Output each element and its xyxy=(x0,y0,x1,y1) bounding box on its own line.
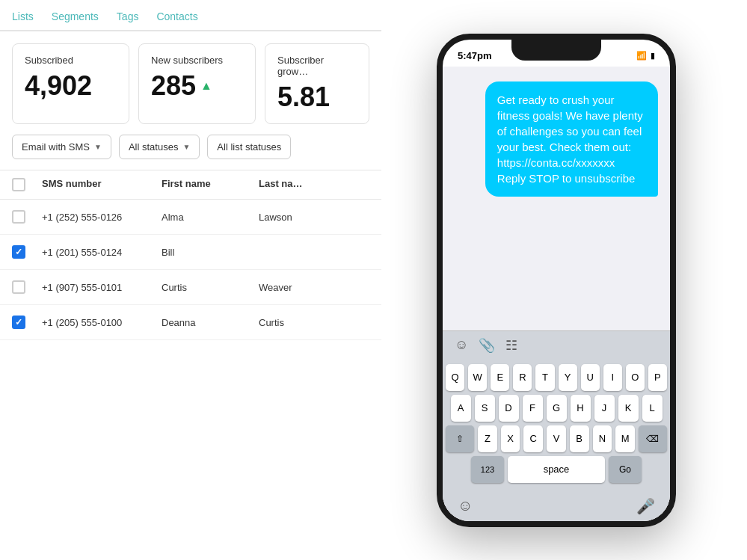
growth-label: Subscriber grow… xyxy=(277,55,357,77)
key-t[interactable]: T xyxy=(535,364,554,391)
col-header-checkbox xyxy=(12,178,42,191)
table-row: +1 (205) 555-0100 Deanna Curtis xyxy=(0,305,381,340)
emoji-icon[interactable]: ☺ xyxy=(455,337,468,353)
growth-value: 5.81 xyxy=(277,81,357,113)
table-row: +1 (907) 555-0101 Curtis Weaver xyxy=(0,270,381,305)
col-header-last: Last na… xyxy=(259,178,369,191)
phone-content: Get ready to crush your fitness goals! W… xyxy=(443,67,670,521)
row-4-phone: +1 (205) 555-0100 xyxy=(42,317,162,328)
key-x[interactable]: X xyxy=(501,425,520,452)
subscribed-label: Subscribed xyxy=(25,55,117,66)
row-2-checkbox[interactable] xyxy=(12,245,25,259)
row-4-checkbox[interactable] xyxy=(12,316,25,329)
row-3-checkbox[interactable] xyxy=(12,280,25,294)
key-u[interactable]: U xyxy=(581,364,600,391)
key-q[interactable]: Q xyxy=(446,364,464,391)
keyboard-row-1: Q W E R T Y U I O P xyxy=(446,364,667,391)
stats-row: Subscribed 4,902 New subscribers 285 ▲ S… xyxy=(0,31,381,124)
key-g[interactable]: G xyxy=(547,395,567,422)
key-shift[interactable]: ⇧ xyxy=(446,425,474,452)
tab-segments[interactable]: Segments xyxy=(52,10,99,31)
key-y[interactable]: Y xyxy=(559,364,577,391)
status-time: 5:47pm xyxy=(458,50,492,61)
tab-tags[interactable]: Tags xyxy=(117,10,139,31)
stat-new-subscribers: New subscribers 285 ▲ xyxy=(138,43,256,124)
filter-status-button[interactable]: All statuses ▼ xyxy=(119,135,200,159)
sms-message-bubble: Get ready to crush your fitness goals! W… xyxy=(485,81,658,197)
keyboard-toolbar: ☺ 📎 ☷ xyxy=(443,330,670,360)
new-subscribers-value: 285 ▲ xyxy=(151,70,243,102)
keyboard-row-3: ⇧ Z X C V B N M ⌫ xyxy=(446,425,667,452)
keyboard-row-bottom: 123 space Go xyxy=(446,456,667,483)
wifi-icon: 📶 xyxy=(636,51,647,61)
filter-type-button[interactable]: Email with SMS ▼ xyxy=(12,135,111,159)
key-s[interactable]: S xyxy=(475,395,495,422)
key-d[interactable]: D xyxy=(499,395,519,422)
key-delete[interactable]: ⌫ xyxy=(639,425,667,452)
row-3-phone: +1 (907) 555-0101 xyxy=(42,282,162,293)
filter-list-status-label: All list statuses xyxy=(217,141,281,153)
phone-mockup: 5:47pm 📶 ▮ Get ready to crush your fitne… xyxy=(437,34,676,527)
filters-row: Email with SMS ▼ All statuses ▼ All list… xyxy=(0,124,381,170)
keyboard: Q W E R T Y U I O P A S D F G xyxy=(443,360,670,493)
message-area: Get ready to crush your fitness goals! W… xyxy=(443,67,670,330)
row-checkbox[interactable] xyxy=(12,210,42,224)
stat-subscribed: Subscribed 4,902 xyxy=(12,43,129,124)
tab-lists[interactable]: Lists xyxy=(12,10,34,31)
row-4-first: Deanna xyxy=(162,317,259,328)
key-p[interactable]: P xyxy=(648,364,667,391)
key-c[interactable]: C xyxy=(523,425,543,452)
key-a[interactable]: A xyxy=(451,395,471,422)
key-r[interactable]: R xyxy=(513,364,532,391)
key-123[interactable]: 123 xyxy=(471,456,504,483)
table-header: SMS number First name Last na… xyxy=(0,170,381,200)
chevron-down-icon: ▼ xyxy=(182,143,190,151)
left-panel: Lists Segments Tags Contacts Subscribed … xyxy=(0,0,381,560)
row-checkbox[interactable] xyxy=(12,245,42,259)
key-i[interactable]: I xyxy=(603,364,622,391)
apps-icon[interactable]: ☷ xyxy=(505,337,517,354)
row-2-phone: +1 (201) 555-0124 xyxy=(42,247,162,258)
attachment-icon[interactable]: 📎 xyxy=(479,337,495,354)
row-3-first: Curtis xyxy=(162,282,259,293)
key-m[interactable]: M xyxy=(615,425,635,452)
filter-list-status-button[interactable]: All list statuses xyxy=(207,135,291,159)
contacts-table: SMS number First name Last na… +1 (252) … xyxy=(0,170,381,340)
key-space[interactable]: space xyxy=(508,456,605,483)
key-h[interactable]: H xyxy=(571,395,591,422)
nav-tabs: Lists Segments Tags Contacts xyxy=(0,0,381,31)
key-j[interactable]: J xyxy=(594,395,615,422)
battery-icon: ▮ xyxy=(651,51,655,61)
key-f[interactable]: F xyxy=(523,395,543,422)
row-checkbox[interactable] xyxy=(12,280,42,294)
row-checkbox[interactable] xyxy=(12,316,42,329)
col-header-first: First name xyxy=(162,178,259,191)
right-panel: 5:47pm 📶 ▮ Get ready to crush your fitne… xyxy=(366,0,747,560)
status-icons: 📶 ▮ xyxy=(636,51,655,61)
message-inner: Get ready to crush your fitness goals! W… xyxy=(455,81,658,197)
key-go[interactable]: Go xyxy=(609,456,642,483)
row-1-first: Alma xyxy=(162,212,259,223)
table-row: +1 (252) 555-0126 Alma Lawson xyxy=(0,200,381,235)
key-z[interactable]: Z xyxy=(478,425,497,452)
tab-contacts[interactable]: Contacts xyxy=(156,10,197,31)
key-k[interactable]: K xyxy=(618,395,639,422)
key-l[interactable]: L xyxy=(642,395,663,422)
row-4-last: Curtis xyxy=(259,317,369,328)
table-row: +1 (201) 555-0124 Bill xyxy=(0,235,381,270)
key-b[interactable]: B xyxy=(570,425,589,452)
key-w[interactable]: W xyxy=(468,364,487,391)
row-1-checkbox[interactable] xyxy=(12,210,25,224)
select-all-checkbox[interactable] xyxy=(12,178,25,191)
key-n[interactable]: N xyxy=(593,425,612,452)
row-1-last: Lawson xyxy=(259,212,369,223)
key-e[interactable]: E xyxy=(491,364,509,391)
smiley-icon[interactable]: ☺ xyxy=(458,497,473,514)
col-header-sms: SMS number xyxy=(42,178,162,191)
key-o[interactable]: O xyxy=(626,364,645,391)
row-1-phone: +1 (252) 555-0126 xyxy=(42,212,162,223)
microphone-icon[interactable]: 🎤 xyxy=(636,497,655,515)
chevron-down-icon: ▼ xyxy=(94,143,102,151)
stat-subscriber-growth: Subscriber grow… 5.81 xyxy=(265,43,369,124)
key-v[interactable]: V xyxy=(547,425,566,452)
